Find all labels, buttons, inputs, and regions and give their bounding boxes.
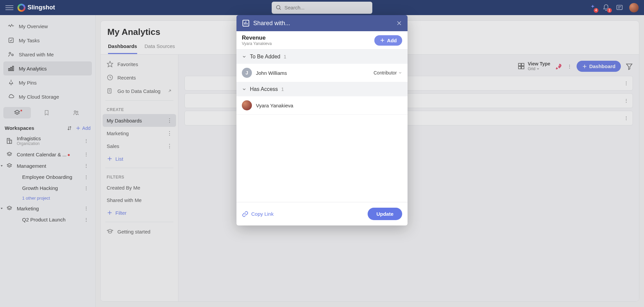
dashboard-icon [242, 19, 250, 27]
brand-name: Slingshot [28, 4, 55, 11]
update-button[interactable]: Update [368, 208, 402, 220]
section-to-be-added[interactable]: To Be Added 1 [236, 50, 408, 64]
member-avatar: J [242, 68, 252, 78]
svg-point-0 [276, 5, 280, 9]
member-avatar [242, 100, 252, 110]
chevron-down-icon [242, 54, 247, 59]
modal-title: Shared with... [253, 20, 393, 27]
chat-icon[interactable] [616, 4, 623, 11]
add-member-button[interactable]: Add [374, 35, 402, 46]
modal-footer: Copy Link Update [236, 202, 408, 225]
search-input[interactable] [284, 5, 368, 10]
brand-logo-icon [17, 4, 25, 12]
member-name: John Williams [256, 70, 370, 76]
brand[interactable]: Slingshot [17, 4, 55, 12]
modal-item-owner: Vyara Yanakieva [242, 41, 374, 46]
section-has-access[interactable]: Has Access 1 [236, 82, 408, 96]
modal-body: To Be Added 1 J John Williams Contributo… [236, 50, 408, 202]
copy-link-button[interactable]: Copy Link [242, 211, 274, 217]
ai-sparkle-icon[interactable]: 4 [589, 4, 596, 11]
member-row: Vyara Yanakieva [236, 96, 408, 115]
ai-badge: 4 [594, 8, 598, 13]
member-name: Vyara Yanakieva [256, 103, 402, 108]
modal-item-title: Revenue [242, 35, 374, 41]
bell-badge: 1 [607, 8, 612, 13]
member-role-dropdown[interactable]: Contributor [374, 70, 402, 75]
search-icon [276, 5, 282, 11]
close-icon[interactable] [396, 20, 402, 26]
user-avatar[interactable] [629, 3, 639, 12]
link-icon [242, 211, 249, 217]
shared-with-modal: Shared with... Revenue Vyara Yanakieva A… [236, 15, 408, 225]
menu-button[interactable] [5, 4, 13, 12]
topbar: Slingshot 4 1 [0, 0, 644, 15]
svg-line-1 [279, 8, 281, 10]
modal-header: Shared with... [236, 15, 408, 31]
modal-subheader: Revenue Vyara Yanakieva Add [236, 31, 408, 50]
chevron-down-icon [398, 71, 402, 75]
member-row: J John Williams Contributor [236, 64, 408, 82]
svg-rect-2 [617, 5, 623, 9]
bell-icon[interactable]: 1 [602, 4, 610, 11]
search-box[interactable] [272, 2, 372, 14]
chevron-down-icon [242, 87, 247, 92]
